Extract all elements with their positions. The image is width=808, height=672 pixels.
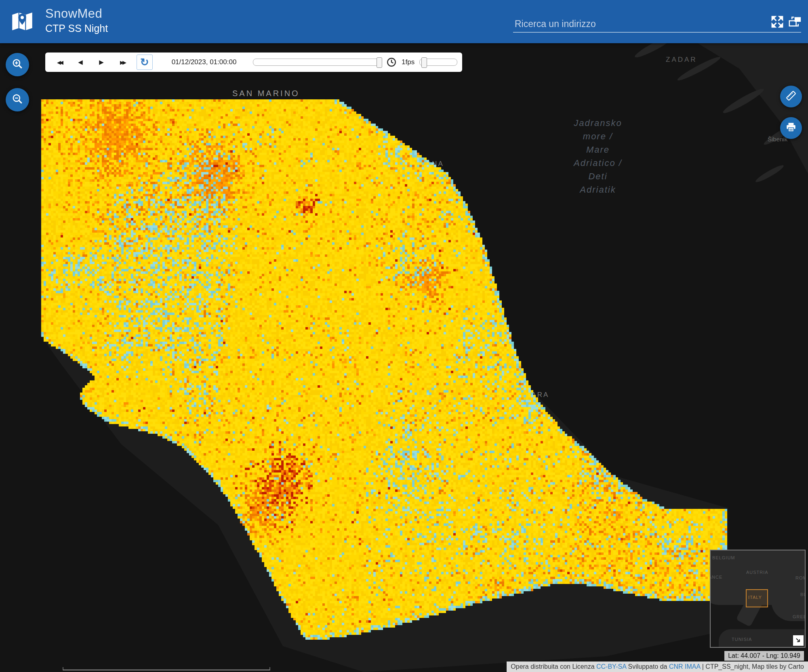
minimap-label-austria: AUSTRIA [746, 570, 768, 575]
app-title: SnowMed [45, 6, 108, 21]
zoom-in-icon [11, 58, 23, 71]
snow-raster-canvas[interactable] [0, 0, 808, 672]
zoom-out-button[interactable] [6, 88, 29, 111]
cc-by-sa-link[interactable]: CC-BY-SA [596, 663, 626, 670]
timeline-player: ◀◀ ◀ ▶ ▶▶ ↻ 01/12/2023, 01:00:00 1fps [45, 52, 462, 72]
app-subtitle: CTP SS Night [45, 23, 108, 34]
zoom-in-button[interactable] [6, 53, 29, 76]
time-slider[interactable] [253, 59, 382, 66]
address-search [513, 16, 798, 33]
scale-bar [63, 667, 270, 670]
fps-label: 1fps [402, 58, 415, 66]
minimap-viewport-rect[interactable] [746, 589, 768, 607]
cnr-imaa-link[interactable]: CNR IMAA [669, 663, 700, 670]
app-logo-map-pin-icon [9, 8, 36, 35]
loop-refresh-button[interactable]: ↻ [137, 55, 153, 70]
printer-icon [785, 121, 797, 135]
skip-back-button[interactable]: ◀◀ [50, 52, 69, 72]
minimap-label-belgium: BELGIUM [712, 555, 735, 560]
attribution-suffix: | CTP_SS_night, Map tiles by Carto [700, 663, 804, 670]
layer-swap-icon[interactable] [788, 15, 802, 29]
clock-icon [386, 57, 397, 67]
collapse-arrow-icon [795, 637, 802, 644]
minimap-label-greece: GREECE [793, 614, 806, 619]
step-back-button[interactable]: ◀ [71, 52, 90, 72]
fps-slider-handle[interactable] [421, 57, 427, 68]
attribution-prefix: Opera distribuita con Licenza [511, 663, 596, 670]
skip-forward-button[interactable]: ▶▶ [113, 52, 132, 72]
minimap-label-france: FRANCE [710, 575, 722, 580]
cursor-coordinates: Lat: 44.007 - Lng: 10.949 [724, 651, 804, 661]
overview-minimap[interactable]: BELGIUM AUSTRIA FRANCE ITALY ROMANIA BUL… [710, 550, 806, 648]
play-button[interactable]: ▶ [92, 52, 111, 72]
timeline-datetime: 01/12/2023, 01:00:00 [158, 58, 250, 66]
zoom-out-icon [11, 93, 23, 107]
print-button[interactable] [780, 117, 802, 139]
fullscreen-icon[interactable] [770, 15, 785, 29]
measure-ruler-button[interactable] [780, 86, 802, 107]
minimap-label-bulgaria: BULGARIA [800, 592, 806, 597]
time-slider-handle[interactable] [377, 57, 382, 68]
minimap-label-romania: ROMANIA [795, 575, 806, 580]
attribution-bar: Opera distribuita con Licenza CC-BY-SA S… [507, 662, 808, 672]
fps-slider[interactable] [419, 59, 457, 66]
app-titles: SnowMed CTP SS Night [45, 6, 108, 34]
address-search-input[interactable] [513, 16, 801, 33]
ruler-icon [785, 90, 797, 103]
minimap-collapse-button[interactable] [793, 635, 804, 646]
minimap-label-tunisia: TUNISIA [732, 637, 752, 642]
header-bar: SnowMed CTP SS Night [0, 0, 808, 43]
attribution-middle: Sviluppato da [626, 663, 669, 670]
